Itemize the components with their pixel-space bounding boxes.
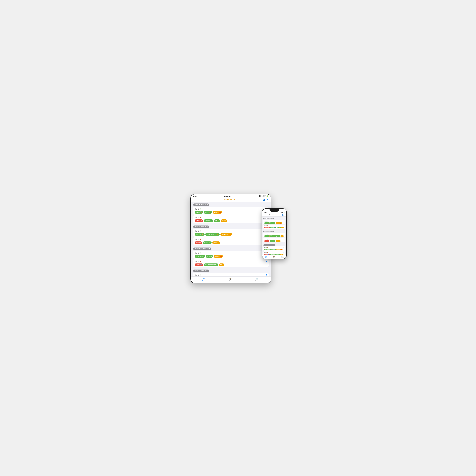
iphone-menus-icon: 🍽 bbox=[265, 255, 267, 257]
tag-salade[interactable]: salade 🥬 bbox=[203, 241, 212, 244]
iphone-tab-menus[interactable]: 🍽 Menus bbox=[265, 255, 267, 258]
mardi-midi-label: Midi 2 🥗 bbox=[195, 230, 201, 232]
iphone-tag-puree[interactable]: purée 🥔 bbox=[270, 222, 275, 224]
iphone-tag-betterave[interactable]: betterave bbox=[264, 227, 270, 228]
tag-poire[interactable]: poire 🍐 bbox=[212, 241, 220, 244]
iphone-mardi-midi-label: Midi 2 🥗 bbox=[264, 234, 268, 235]
next-week-button[interactable]: › bbox=[267, 198, 269, 201]
tag-yaourt[interactable]: yaourt bbox=[221, 220, 227, 222]
lundi-midi-label: Midi 2 🥗 bbox=[195, 208, 201, 210]
mercredi-soir-header: Soir 3 🥗 + bbox=[195, 260, 267, 263]
tab-menus[interactable]: 🍽 Menus bbox=[202, 277, 206, 282]
iphone-lundi-midi-header: Midi 2 🥗 + bbox=[264, 220, 284, 222]
iphone-tag-riz[interactable]: riz 🌾 bbox=[277, 227, 281, 228]
iphone-time: 09:41 bbox=[264, 212, 267, 213]
iphone-tag-roti[interactable]: rôti froid bbox=[264, 240, 269, 242]
iphone-lundi-midi-label: Midi 2 🥗 bbox=[264, 221, 268, 222]
iphone-lundi-soir: Soir 3 🥗 betterave saumon 🐟 riz 🌾 y... bbox=[263, 225, 285, 229]
lundi-soir-label: Soir 3 🥗 bbox=[195, 217, 201, 218]
mercredi-midi-tags: filet de dinde lentilles pomme 🍎 bbox=[195, 255, 267, 258]
iphone-mardi-midi-add[interactable]: + bbox=[284, 233, 284, 235]
jeudi-midi-add[interactable]: + bbox=[266, 274, 267, 276]
iphone-lundi-header: Lundi 08 mars 2021 bbox=[263, 218, 274, 219]
iphone-tag-y[interactable]: y... bbox=[281, 227, 284, 228]
iphone-tag-pomme2[interactable]: pomme 🍎 bbox=[276, 249, 283, 250]
tag-poulet[interactable]: poulet 🍗 bbox=[195, 211, 203, 214]
jeudi-midi-label: Midi 2 🥗 bbox=[195, 274, 201, 276]
ipad-date: Lun. 8 mars bbox=[224, 195, 231, 197]
tab-menus-label: Menus bbox=[202, 280, 206, 282]
iphone-lundi-midi-tags: poulet 🍗 purée 🥔 pomme 🍎 bbox=[264, 222, 284, 224]
jeudi-midi-header: Midi 2 🥗 + bbox=[195, 274, 267, 276]
iphone-tag-salade[interactable]: salade 🥬 bbox=[270, 240, 275, 242]
tag-filet-dinde[interactable]: filet de dinde bbox=[195, 255, 205, 258]
iphone-next[interactable]: › bbox=[284, 214, 285, 216]
iphone-tag-fro2[interactable]: fro... bbox=[280, 254, 284, 255]
iphone-day-mercredi: Mercredi 10 mars 2021 Midi 2 🥗 + filet d… bbox=[262, 243, 287, 255]
iphone-tag-poulet[interactable]: poulet 🍗 bbox=[264, 222, 270, 224]
iphone-tab-plats[interactable]: 🍲 Plats bbox=[273, 255, 275, 258]
tag-roti-froid[interactable]: rôti froid bbox=[195, 241, 202, 244]
mercredi-soir-row: Soir 3 🥗 + soupe 🥣 assiette de crudités … bbox=[193, 259, 269, 267]
iphone-mardi-midi-tags: omelette 🥚 carottes râpées 🥕 c... bbox=[264, 235, 284, 237]
iphone-tag-omelette[interactable]: omelette 🥚 bbox=[264, 235, 271, 237]
tag-lentilles[interactable]: lentilles bbox=[206, 255, 213, 258]
tag-puree[interactable]: purée 🥔 bbox=[204, 211, 212, 214]
iphone-tag-dinde[interactable]: filet de dinde bbox=[264, 249, 271, 250]
tag-pomme[interactable]: pomme 🍎 bbox=[213, 211, 222, 214]
iphone-mercredi-soir: Soir 3 🥗 + soupe 🥣 assiette de crudités … bbox=[263, 251, 285, 255]
iphone-mardi-midi-header: Midi 2 🥗 + bbox=[264, 233, 284, 235]
tag-saumon[interactable]: saumon 🐟 bbox=[204, 220, 213, 222]
iphone-tag-crudites2[interactable]: assiette de crudités bbox=[270, 254, 280, 255]
iphone-mardi-midi: Midi 2 🥗 + omelette 🥚 carottes râpées 🥕 … bbox=[263, 233, 285, 237]
mercredi-soir-label: Soir 3 🥗 bbox=[195, 261, 201, 262]
iphone-tab-courses-label: Courses bbox=[280, 257, 284, 258]
iphone-day-lundi: Lundi 08 mars 2021 Midi 2 🥗 + poulet 🍗 p… bbox=[262, 217, 287, 230]
tag-crudites[interactable]: assiette de crudités bbox=[204, 263, 218, 266]
ipad-tab-bar: 🍽 Menus 🍲 Plats 🛒 Courses bbox=[191, 276, 271, 283]
iphone-mercredi-soir-add[interactable]: + bbox=[284, 252, 284, 254]
mardi-midi-row: Midi 2 🥗 + omelette 🥚 carottes râpées 🥕 … bbox=[193, 229, 269, 237]
iphone-mardi-soir-add[interactable]: + bbox=[284, 238, 284, 240]
iphone-tab-courses[interactable]: 🛒 Courses bbox=[280, 255, 284, 258]
mercredi-midi-row: Midi 2 🥗 + filet de dinde lentilles pomm… bbox=[193, 251, 269, 259]
tag-riz[interactable]: riz 🌾 bbox=[214, 220, 220, 222]
mardi-soir-label: Soir 3 🥗 bbox=[195, 239, 201, 240]
iphone-lundi-midi-add[interactable]: + bbox=[284, 220, 284, 222]
tag-soupe[interactable]: soupe 🥣 bbox=[195, 263, 203, 266]
mardi-midi-header: Midi 2 🥗 + bbox=[195, 230, 267, 232]
iphone-tag-poire[interactable]: poire 🍐 bbox=[276, 240, 281, 242]
plats-icon: 🍲 bbox=[229, 277, 232, 280]
iphone-tag-saumon[interactable]: saumon 🐟 bbox=[270, 227, 276, 228]
iphone-tag-lentilles[interactable]: lentilles bbox=[272, 249, 276, 250]
iphone-tag-pomme[interactable]: pomme 🍎 bbox=[276, 222, 282, 224]
tab-plats[interactable]: 🍲 Plats bbox=[229, 277, 232, 282]
mercredi-soir-add[interactable]: + bbox=[266, 260, 267, 263]
prev-week-button[interactable]: ‹ bbox=[193, 198, 195, 201]
iphone-tag-c[interactable]: c... bbox=[281, 235, 284, 237]
lundi-midi-tags: poulet 🍗 purée 🥔 pomme 🍎 bbox=[195, 211, 267, 214]
iphone-prev[interactable]: ‹ bbox=[264, 214, 264, 216]
iphone-profile-icon[interactable]: 👤 bbox=[282, 214, 284, 216]
iphone-courses-icon: 🛒 bbox=[281, 255, 283, 257]
tag-carottes[interactable]: carottes râpées 🥕 bbox=[205, 233, 220, 236]
tag-fro[interactable]: fro... bbox=[219, 263, 224, 266]
tab-courses[interactable]: 🛒 Courses bbox=[255, 277, 259, 282]
tag-betterave[interactable]: betterave bbox=[195, 220, 203, 222]
iphone-tag-carottes[interactable]: carottes râpées 🥕 bbox=[271, 235, 281, 237]
tag-omelette[interactable]: omelette 🥚 bbox=[195, 233, 204, 236]
ipad-status-bar: 09:41 Lun. 8 mars ▐▐▐ ≋ 100% 🔋 bbox=[191, 194, 271, 197]
iphone-notch bbox=[270, 209, 279, 212]
iphone-tag-soupe[interactable]: soupe 🥣 bbox=[264, 254, 270, 255]
lundi-midi-header: Midi 2 🥗 + bbox=[195, 208, 267, 210]
iphone-mercredi-midi-add[interactable]: + bbox=[284, 247, 284, 249]
profile-icon[interactable]: 👤 bbox=[263, 199, 265, 201]
iphone-tab-menus-label: Menus bbox=[265, 257, 267, 258]
iphone-mardi-soir: Soir 3 🥗 + rôti froid salade 🥬 poire 🍐 bbox=[263, 238, 285, 242]
iphone-mardi-soir-tags: rôti froid salade 🥬 poire 🍐 bbox=[264, 240, 284, 242]
tag-clementine[interactable]: clémentine 🍊 bbox=[221, 233, 232, 236]
tag-pomme2[interactable]: pomme 🍎 bbox=[214, 255, 223, 258]
mercredi-header: Mercredi 10 mars 2021 bbox=[193, 248, 211, 250]
menus-icon: 🍽 bbox=[203, 277, 205, 280]
lundi-soir-row: Soir 3 🥗 + betterave saumon 🐟 riz 🌾 yaou… bbox=[193, 215, 269, 223]
